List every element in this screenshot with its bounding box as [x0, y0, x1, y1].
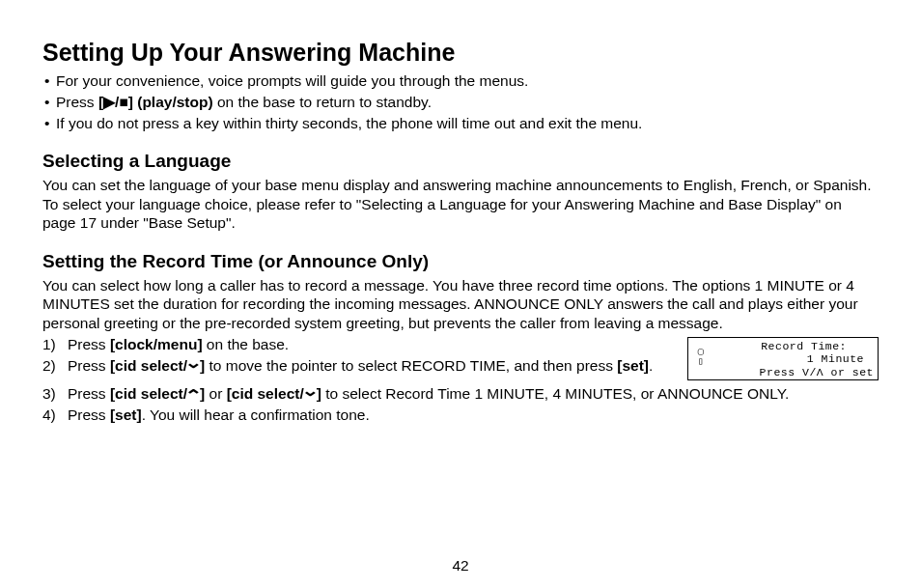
text-fragment: Press [68, 357, 110, 374]
step-body: Press [cid select/] or [cid select/] to … [68, 384, 879, 404]
chevron-down-icon [187, 357, 200, 374]
play-stop-key-label: [▶/■] (play/stop) [98, 94, 213, 110]
step-4: 4) Press [set]. You will hear a confirma… [42, 406, 879, 425]
text-fragment: . [649, 357, 653, 374]
step-2: 2) Press [cid select/] to move the point… [42, 356, 678, 376]
intro-text: If you do not press a key within thirty … [56, 114, 642, 133]
bullet-icon: • [42, 114, 56, 133]
text-fragment: on the base to return to standby. [213, 94, 432, 110]
document-page: Setting Up Your Answering Machine • For … [0, 0, 921, 425]
intro-text: Press [▶/■] (play/stop) on the base to r… [56, 93, 432, 112]
section-body-language: You can set the language of your base me… [42, 176, 879, 233]
step-number: 2) [42, 356, 68, 376]
step-number: 1) [42, 335, 68, 354]
section-body-record-time: You can select how long a caller has to … [42, 276, 879, 333]
bullet-icon: • [42, 71, 56, 91]
lcd-line-1: Record Time: [692, 340, 874, 352]
intro-bullet: • Press [▶/■] (play/stop) on the base to… [42, 93, 879, 112]
lcd-line-3: Press V/Λ or set [692, 366, 874, 378]
step-number: 4) [42, 406, 68, 425]
chevron-down-icon [304, 385, 317, 402]
page-number: 42 [0, 557, 921, 574]
step-body: Press [clock/menu] on the base. [68, 335, 678, 354]
intro-text: For your convenience, voice prompts will… [56, 71, 528, 91]
text-fragment: to select Record Time 1 MINUTE, 4 MINUTE… [321, 385, 789, 402]
step-1: 1) Press [clock/menu] on the base. [42, 335, 678, 354]
cid-select-up-key-label: [cid select/] [110, 385, 205, 402]
text-fragment: Press [68, 385, 110, 402]
intro-bullet: • For your convenience, voice prompts wi… [42, 71, 879, 91]
set-key-label: [set] [110, 406, 142, 423]
text-fragment: . You will hear a confirmation tone. [142, 406, 370, 423]
cid-select-down-key-label: [cid select/] [227, 385, 321, 402]
cid-select-down-key-label: [cid select/] [110, 357, 205, 374]
step-body: Press [set]. You will hear a confirmatio… [68, 406, 879, 425]
text-fragment: Press [56, 94, 98, 110]
text-fragment: to move the pointer to select RECORD TIM… [205, 357, 617, 374]
step-number: 3) [42, 384, 68, 404]
chevron-up-icon [187, 385, 200, 402]
text-fragment: or [205, 385, 226, 402]
lcd-speaker-icon: ▢▯ [694, 348, 708, 367]
text-fragment: on the base. [203, 336, 290, 352]
clock-menu-key-label: [clock/menu] [110, 336, 203, 352]
section-heading-language: Selecting a Language [42, 150, 879, 173]
page-title: Setting Up Your Answering Machine [42, 37, 879, 68]
lcd-display: ▢▯ Record Time: 1 Minute Press V/Λ or se… [687, 337, 879, 380]
bullet-icon: • [42, 93, 56, 112]
section-heading-record-time: Setting the Record Time (or Announce Onl… [42, 250, 879, 273]
step-body: Press [cid select/] to move the pointer … [68, 356, 678, 376]
set-key-label: [set] [617, 357, 649, 374]
text-fragment: Press [68, 406, 110, 423]
step-3: 3) Press [cid select/] or [cid select/] … [42, 384, 879, 404]
intro-bullet: • If you do not press a key within thirt… [42, 114, 879, 133]
text-fragment: Press [68, 336, 110, 352]
lcd-line-2: 1 Minute [692, 352, 874, 365]
